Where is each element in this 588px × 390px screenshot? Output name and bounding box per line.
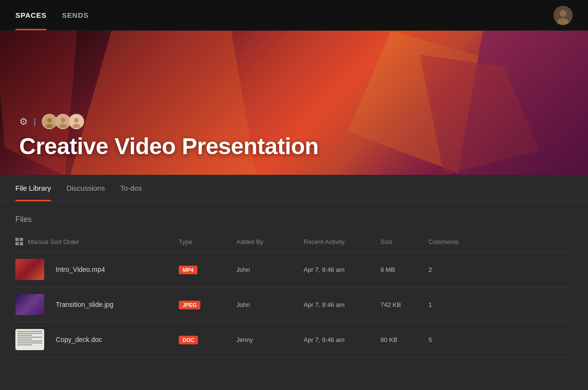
col-header-size: Size [380, 237, 429, 246]
separator: | [34, 117, 36, 127]
col-comments: 1 [429, 300, 477, 309]
grid-sort-icon[interactable] [15, 238, 23, 245]
col-activity-label: Recent activity [304, 238, 344, 245]
col-size-label: Size [380, 238, 392, 245]
hero-banner: ⚙ | [0, 31, 588, 175]
file-size: 8 MB [380, 266, 395, 273]
type-badge: JPEG [179, 301, 200, 309]
col-comments: 5 [429, 335, 477, 344]
file-size: 742 KB [380, 301, 401, 308]
file-name: Transition_slide.jpg [56, 301, 113, 308]
hero-title: Creative Video Presentation [19, 133, 318, 159]
col-name: Transition_slide.jpg [15, 294, 179, 315]
main-content: Files Manual sort order Type Added by Re… [0, 202, 588, 390]
grid-cell-3 [15, 242, 19, 245]
file-thumb-doc [15, 329, 44, 350]
svg-point-10 [74, 118, 79, 123]
col-header-added: Added by [236, 237, 304, 246]
table-row[interactable]: Intro_Video.mp4 MP4 John Apr 7, 9:46 am … [15, 252, 573, 287]
top-nav: SPACES SENDS [0, 0, 588, 31]
added-by: Jenny [236, 336, 253, 343]
svg-point-11 [73, 123, 80, 129]
col-added: Jenny [236, 335, 304, 344]
spaces-tab-label: SPACES [15, 11, 47, 19]
nav-tab-spaces[interactable]: SPACES [15, 0, 47, 30]
col-header-name: Manual sort order [15, 238, 179, 245]
sort-label[interactable]: Manual sort order [28, 238, 79, 245]
table-row[interactable]: Transition_slide.jpg JPEG John Apr 7, 9:… [15, 287, 573, 322]
col-added: John [236, 265, 304, 274]
tab-discussions-label: Discussions [66, 184, 105, 192]
member-avatar-2[interactable] [55, 114, 71, 129]
hero-settings-row: ⚙ | [19, 114, 318, 129]
recent-activity: Apr 7, 9:46 am [304, 336, 344, 343]
added-by: John [236, 301, 250, 308]
nav-tabs: SPACES SENDS [15, 0, 89, 30]
grid-cell-4 [20, 242, 23, 245]
doc-lines [17, 331, 42, 345]
col-size: 742 KB [380, 300, 429, 309]
comment-count: 2 [429, 266, 432, 273]
doc-line [17, 337, 42, 338]
svg-point-7 [61, 118, 65, 123]
col-size: 8 MB [380, 265, 429, 274]
col-activity: Apr 7, 9:46 am [304, 335, 380, 344]
file-name: Copy_deck.doc [56, 336, 102, 343]
user-avatar[interactable] [553, 6, 573, 25]
doc-line [17, 341, 42, 341]
table-header: Manual sort order Type Added by Recent a… [15, 233, 573, 252]
col-type: MP4 [179, 265, 236, 274]
svg-point-5 [46, 123, 53, 129]
col-header-comments: Comments [429, 237, 477, 246]
tab-file-library-label: File Library [15, 184, 51, 192]
col-header-activity: Recent activity [304, 237, 380, 246]
col-size: 80 KB [380, 335, 429, 344]
sub-tabs: File Library Discussions To-dos [0, 175, 588, 202]
tab-discussions[interactable]: Discussions [66, 175, 105, 201]
col-added-label: Added by [236, 238, 263, 245]
member-avatar-3[interactable] [69, 114, 84, 129]
col-name: Copy_deck.doc [15, 329, 179, 350]
recent-activity: Apr 7, 9:46 am [304, 301, 344, 308]
comment-count: 1 [429, 301, 432, 308]
col-type: JPEG [179, 300, 236, 309]
added-by: John [236, 266, 250, 273]
doc-line-short [17, 335, 32, 336]
file-name: Intro_Video.mp4 [56, 266, 105, 273]
type-badge: DOC [179, 336, 198, 344]
file-size: 80 KB [380, 336, 397, 343]
sends-tab-label: SENDS [62, 11, 88, 19]
col-comments: 2 [429, 265, 477, 274]
col-name: Intro_Video.mp4 [15, 259, 179, 280]
col-activity: Apr 7, 9:46 am [304, 300, 380, 309]
type-badge: MP4 [179, 266, 197, 274]
doc-line [17, 333, 42, 334]
nav-tab-sends[interactable]: SENDS [62, 0, 88, 30]
recent-activity: Apr 7, 9:46 am [304, 266, 344, 273]
file-thumb-jpeg [15, 294, 44, 315]
member-avatar-1[interactable] [42, 114, 57, 129]
tab-file-library[interactable]: File Library [15, 175, 51, 201]
doc-line [17, 342, 42, 343]
col-added: John [236, 300, 304, 309]
grid-cell-1 [15, 238, 19, 241]
col-type: DOC [179, 335, 236, 344]
svg-point-8 [59, 123, 67, 129]
svg-point-4 [47, 118, 52, 123]
settings-icon[interactable]: ⚙ [19, 116, 28, 127]
table-row[interactable]: Copy_deck.doc DOC Jenny Apr 7, 9:46 am 8… [15, 322, 573, 357]
grid-cell-2 [20, 238, 23, 241]
doc-line-short [17, 339, 32, 340]
file-rows-container: Intro_Video.mp4 MP4 John Apr 7, 9:46 am … [15, 252, 573, 357]
col-header-type: Type [179, 237, 236, 246]
tab-to-dos[interactable]: To-dos [120, 175, 142, 201]
file-thumb-mp4 [15, 259, 44, 280]
doc-line [17, 331, 42, 332]
col-type-label: Type [179, 238, 192, 245]
tab-to-dos-label: To-dos [120, 184, 142, 192]
hero-content: ⚙ | [19, 114, 318, 159]
files-heading: Files [15, 215, 573, 224]
svg-point-1 [560, 10, 566, 17]
files-table: Manual sort order Type Added by Recent a… [15, 233, 573, 357]
col-activity: Apr 7, 9:46 am [304, 265, 380, 274]
